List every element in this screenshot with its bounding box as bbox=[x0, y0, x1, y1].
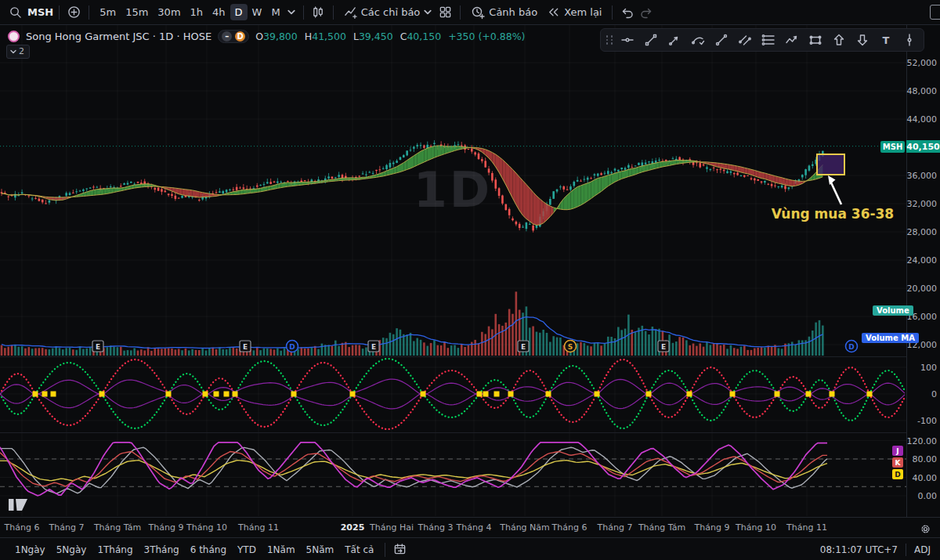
collapse-indicators-button[interactable]: 2 bbox=[6, 45, 30, 59]
range-5năm[interactable]: 5Năm bbox=[301, 542, 340, 558]
time-tick[interactable]: Tháng 9 bbox=[695, 522, 730, 533]
symbol-name[interactable]: MSH bbox=[27, 6, 53, 18]
svg-text:E: E bbox=[661, 343, 666, 351]
range-3tháng[interactable]: 3Tháng bbox=[139, 542, 185, 558]
event-marker-s[interactable]: S bbox=[565, 341, 577, 352]
arrow-trend-tool-button[interactable] bbox=[663, 31, 686, 49]
axis-settings-gear-icon[interactable] bbox=[917, 521, 934, 537]
timeframe-D[interactable]: D bbox=[230, 4, 248, 20]
time-tick[interactable]: Tháng Tám bbox=[94, 522, 141, 533]
replay-button[interactable]: Xem lại bbox=[542, 3, 606, 21]
alert-button[interactable]: Cảnh báo bbox=[466, 3, 542, 22]
compare-add-icon[interactable] bbox=[65, 3, 83, 21]
parallel-lines-tool-button[interactable] bbox=[733, 31, 757, 49]
time-tick[interactable]: 2025 bbox=[341, 522, 365, 533]
timeframe-4h[interactable]: 4h bbox=[208, 4, 230, 20]
text-tool-button[interactable]: T bbox=[874, 31, 898, 49]
timeframe-30m[interactable]: 30m bbox=[153, 4, 185, 20]
range-6-tháng[interactable]: 6 tháng bbox=[185, 542, 232, 558]
oscillator-tick: 100 bbox=[920, 363, 937, 373]
time-tick[interactable]: Tháng 11 bbox=[786, 522, 827, 533]
trend-line-tool-button[interactable] bbox=[639, 31, 663, 49]
change-value: +350 (+0.88%) bbox=[448, 31, 525, 42]
wave-tool-button[interactable] bbox=[780, 31, 804, 49]
timeframe-5m[interactable]: 5m bbox=[95, 4, 121, 20]
adjusted-data-toggle[interactable]: ADJ bbox=[914, 544, 931, 555]
price-chart[interactable]: 1DEEDEESEDVùng mua 36-38 bbox=[0, 25, 906, 517]
hide-indicator-icon[interactable]: – bbox=[222, 31, 232, 42]
interval-pill[interactable]: – D bbox=[218, 30, 249, 43]
event-marker-e[interactable]: E bbox=[368, 341, 379, 352]
line-tool-button[interactable] bbox=[710, 31, 733, 49]
timeframe-M[interactable]: M bbox=[266, 4, 284, 20]
range-1ngày[interactable]: 1Ngày bbox=[9, 542, 51, 558]
toolbar-drag-handle[interactable] bbox=[605, 33, 614, 47]
timeframe-1h[interactable]: 1h bbox=[186, 4, 208, 20]
redo-button[interactable] bbox=[637, 3, 656, 22]
ohlc-values: O39,800 H41,500 L39,450 C40,150 +350 (+0… bbox=[255, 31, 525, 42]
range-1năm[interactable]: 1Năm bbox=[262, 542, 301, 558]
event-marker-e[interactable]: E bbox=[518, 341, 529, 352]
range-tất-cả[interactable]: Tất cả bbox=[339, 542, 379, 558]
tradingview-logo bbox=[9, 499, 27, 511]
undo-button[interactable] bbox=[618, 3, 637, 22]
event-marker-d[interactable]: D bbox=[846, 341, 858, 352]
time-tick[interactable]: Tháng 7 bbox=[49, 522, 85, 533]
pane-divider[interactable] bbox=[0, 432, 906, 433]
arrow-down-tool-button[interactable] bbox=[851, 31, 874, 49]
range-row: 1Ngày5Ngày1Tháng3Tháng6 thángYTD1Năm5Năm… bbox=[9, 542, 379, 558]
symbol-title[interactable]: Song Hong Garment JSC · 1D · HOSE bbox=[26, 31, 212, 42]
arrow-up-tool-button[interactable] bbox=[827, 31, 851, 49]
time-tick[interactable]: Tháng Tám bbox=[638, 522, 685, 533]
event-marker-d[interactable]: D bbox=[287, 341, 298, 352]
timeframe-15m[interactable]: 15m bbox=[121, 4, 153, 20]
chart-type-candles-icon[interactable] bbox=[309, 3, 327, 21]
price-tick: 52,000 bbox=[907, 58, 938, 68]
brush-tool-button[interactable] bbox=[686, 31, 710, 49]
time-tick[interactable]: Tháng Năm bbox=[500, 522, 550, 533]
indicators-button[interactable]: Các chỉ báo bbox=[339, 3, 437, 21]
open-label: O bbox=[255, 31, 263, 42]
time-tick[interactable]: Tháng 7 bbox=[598, 522, 633, 533]
kdj-tick: 120.00 bbox=[907, 435, 938, 446]
cross-line-tool-button[interactable] bbox=[616, 31, 639, 49]
time-tick[interactable]: Tháng 4 bbox=[457, 522, 492, 533]
chevron-down-icon[interactable] bbox=[285, 7, 298, 17]
price-axis[interactable]: 52,00048,00044,00036,00032,00028,00024,0… bbox=[906, 25, 940, 517]
time-tick[interactable]: Tháng Hai bbox=[370, 522, 414, 533]
fib-retracement-tool-button[interactable] bbox=[757, 31, 780, 49]
time-tick[interactable]: Tháng 10 bbox=[186, 522, 227, 533]
event-marker-e[interactable]: E bbox=[240, 341, 251, 352]
time-tick[interactable]: Tháng 9 bbox=[149, 522, 184, 533]
clock[interactable]: 08:11:07 UTC+7 bbox=[820, 544, 898, 555]
panel-edge-icon[interactable] bbox=[930, 5, 940, 20]
pane-divider[interactable] bbox=[0, 356, 906, 357]
indicators-icon bbox=[344, 5, 357, 19]
event-marker-e[interactable]: E bbox=[658, 341, 669, 352]
range-5ngày[interactable]: 5Ngày bbox=[51, 542, 92, 558]
low-value: 39,450 bbox=[359, 31, 393, 42]
vertical-line-tool-button[interactable] bbox=[898, 31, 921, 49]
price-tick: 24,000 bbox=[907, 255, 938, 266]
rectangle-tool-button[interactable] bbox=[804, 31, 827, 49]
event-marker-e[interactable]: E bbox=[92, 341, 103, 352]
templates-grid-icon[interactable] bbox=[436, 3, 454, 21]
time-tick[interactable]: Tháng 3 bbox=[418, 522, 454, 533]
kdj-d-badge[interactable]: D bbox=[892, 469, 903, 479]
kdj-j-badge[interactable]: J bbox=[892, 446, 903, 456]
volume-ma-indicator-badge[interactable]: Volume MA bbox=[862, 333, 919, 343]
kdj-k-badge[interactable]: K bbox=[892, 457, 903, 468]
search-icon[interactable] bbox=[6, 3, 24, 21]
time-tick[interactable]: Tháng 11 bbox=[238, 522, 279, 533]
buy-zone-rectangle[interactable] bbox=[817, 154, 844, 175]
goto-date-calendar-icon[interactable] bbox=[391, 540, 409, 558]
time-tick[interactable]: Tháng 6 bbox=[5, 522, 40, 533]
range-ytd[interactable]: YTD bbox=[232, 542, 262, 558]
time-tick[interactable]: Tháng 10 bbox=[736, 522, 776, 533]
time-tick[interactable]: Tháng 6 bbox=[552, 522, 588, 533]
volume-indicator-badge[interactable]: Volume bbox=[873, 305, 913, 316]
close-value: 40,150 bbox=[407, 31, 441, 42]
timeframe-W[interactable]: W bbox=[248, 4, 267, 20]
time-axis[interactable]: Tháng 6Tháng 7Tháng TámTháng 9Tháng 10Th… bbox=[0, 517, 940, 538]
range-1tháng[interactable]: 1Tháng bbox=[92, 542, 138, 558]
